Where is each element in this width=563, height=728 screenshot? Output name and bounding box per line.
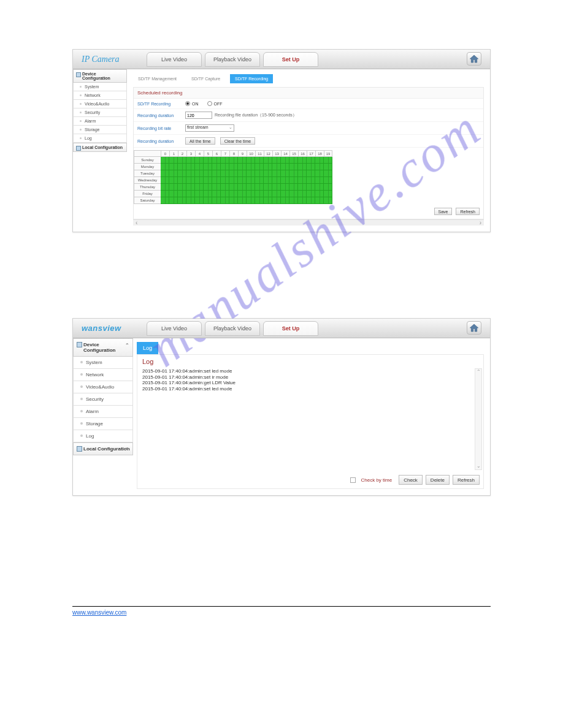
- schedule-cell[interactable]: [298, 164, 307, 170]
- schedule-cell[interactable]: [324, 164, 332, 170]
- schedule-cell[interactable]: [204, 191, 212, 197]
- schedule-cell[interactable]: [221, 164, 229, 170]
- schedule-cell[interactable]: [289, 197, 298, 204]
- nav-setup[interactable]: Set Up: [263, 321, 318, 336]
- schedule-cell[interactable]: [315, 197, 324, 204]
- schedule-cell[interactable]: [255, 170, 264, 177]
- nav-playback[interactable]: Playback Video: [205, 321, 260, 336]
- schedule-cell[interactable]: [195, 177, 204, 184]
- schedule-cell[interactable]: [169, 157, 178, 164]
- schedule-cell[interactable]: [264, 157, 272, 164]
- schedule-cell[interactable]: [272, 197, 281, 204]
- duration-input[interactable]: [185, 112, 212, 119]
- sidebar-item-storage[interactable]: Storage: [73, 418, 133, 430]
- schedule-cell[interactable]: [289, 164, 298, 170]
- schedule-cell[interactable]: [238, 191, 247, 197]
- sidebar-item-security[interactable]: Security: [73, 108, 127, 117]
- schedule-cell[interactable]: [281, 197, 289, 204]
- schedule-cell[interactable]: [229, 177, 238, 184]
- sidebar-item-alarm[interactable]: Alarm: [73, 406, 133, 418]
- schedule-cell[interactable]: [307, 191, 315, 197]
- schedule-cell[interactable]: [307, 184, 315, 191]
- schedule-cell[interactable]: [255, 157, 264, 164]
- sidebar-item-log[interactable]: Log: [73, 134, 127, 143]
- schedule-cell[interactable]: [238, 164, 247, 170]
- schedule-cell[interactable]: [298, 184, 307, 191]
- schedule-cell[interactable]: [238, 177, 247, 184]
- schedule-cell[interactable]: [255, 164, 264, 170]
- schedule-cell[interactable]: [298, 191, 307, 197]
- delete-button[interactable]: Delete: [426, 475, 450, 485]
- schedule-cell[interactable]: [161, 177, 169, 184]
- schedule-cell[interactable]: [195, 170, 204, 177]
- schedule-cell[interactable]: [281, 184, 289, 191]
- schedule-cell[interactable]: [186, 191, 195, 197]
- schedule-cell[interactable]: [307, 177, 315, 184]
- schedule-cell[interactable]: [169, 177, 178, 184]
- clear-time-button[interactable]: Clear the time: [220, 137, 256, 145]
- schedule-cell[interactable]: [204, 157, 212, 164]
- sidebar-item-network[interactable]: Network: [73, 369, 133, 381]
- schedule-cell[interactable]: [221, 157, 229, 164]
- bitrate-select[interactable]: first stream⌄: [185, 124, 234, 132]
- schedule-cell[interactable]: [324, 197, 332, 204]
- schedule-cell[interactable]: [281, 157, 289, 164]
- sidebar-item-videoaudio[interactable]: Video&Audio: [73, 100, 127, 108]
- schedule-cell[interactable]: [315, 157, 324, 164]
- schedule-cell[interactable]: [315, 191, 324, 197]
- schedule-cell[interactable]: [272, 191, 281, 197]
- scroll-up-icon[interactable]: ⌃: [477, 369, 481, 375]
- schedule-cell[interactable]: [272, 157, 281, 164]
- schedule-cell[interactable]: [298, 177, 307, 184]
- schedule-cell[interactable]: [247, 184, 255, 191]
- schedule-cell[interactable]: [255, 197, 264, 204]
- sidebar-item-storage[interactable]: Storage: [73, 126, 127, 134]
- tab-capture[interactable]: SD/TF Capture: [186, 74, 225, 83]
- schedule-cell[interactable]: [247, 197, 255, 204]
- v-scroll[interactable]: ⌃ ⌄: [475, 368, 482, 470]
- radio-on[interactable]: [185, 101, 190, 106]
- tab-log[interactable]: Log: [137, 342, 158, 354]
- sidebar-header-device[interactable]: Device Configuration: [73, 69, 127, 83]
- sidebar-item-network[interactable]: Network: [73, 91, 127, 100]
- schedule-cell[interactable]: [229, 164, 238, 170]
- schedule-cell[interactable]: [307, 197, 315, 204]
- schedule-cell[interactable]: [315, 184, 324, 191]
- schedule-cell[interactable]: [195, 157, 204, 164]
- schedule-cell[interactable]: [178, 157, 186, 164]
- schedule-cell[interactable]: [229, 170, 238, 177]
- schedule-cell[interactable]: [281, 170, 289, 177]
- schedule-cell[interactable]: [221, 191, 229, 197]
- schedule-cell[interactable]: [161, 184, 169, 191]
- scroll-right-icon[interactable]: ›: [480, 219, 481, 226]
- schedule-cell[interactable]: [186, 157, 195, 164]
- schedule-cell[interactable]: [324, 170, 332, 177]
- schedule-cell[interactable]: [247, 170, 255, 177]
- schedule-cell[interactable]: [229, 157, 238, 164]
- schedule-cell[interactable]: [212, 157, 221, 164]
- schedule-cell[interactable]: [204, 197, 212, 204]
- schedule-cell[interactable]: [195, 197, 204, 204]
- scroll-down-icon[interactable]: ⌄: [477, 463, 481, 469]
- schedule-cell[interactable]: [281, 177, 289, 184]
- check-by-time-checkbox[interactable]: [350, 477, 356, 483]
- schedule-cell[interactable]: [289, 191, 298, 197]
- schedule-cell[interactable]: [281, 164, 289, 170]
- schedule-cell[interactable]: [238, 157, 247, 164]
- schedule-cell[interactable]: [289, 184, 298, 191]
- schedule-cell[interactable]: [169, 197, 178, 204]
- schedule-cell[interactable]: [195, 184, 204, 191]
- sidebar-item-system[interactable]: System: [73, 357, 133, 369]
- schedule-cell[interactable]: [247, 157, 255, 164]
- refresh-button[interactable]: Refresh: [456, 208, 480, 215]
- schedule-cell[interactable]: [161, 164, 169, 170]
- schedule-cell[interactable]: [255, 191, 264, 197]
- sidebar-item-alarm[interactable]: Alarm: [73, 117, 127, 126]
- schedule-cell[interactable]: [221, 184, 229, 191]
- schedule-cell[interactable]: [178, 197, 186, 204]
- nav-live[interactable]: Live Video: [147, 52, 202, 67]
- sidebar-item-log[interactable]: Log: [73, 430, 133, 442]
- all-time-button[interactable]: All the time: [185, 137, 215, 145]
- sidebar-item-system[interactable]: System: [73, 83, 127, 91]
- schedule-cell[interactable]: [298, 157, 307, 164]
